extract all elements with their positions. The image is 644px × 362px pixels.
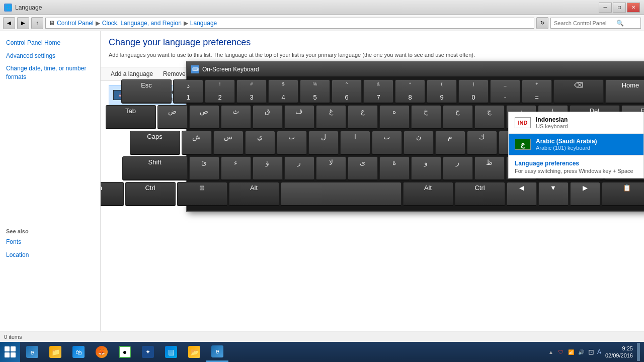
taskbar-ie[interactable]: e	[21, 342, 43, 362]
address-path[interactable]: 🖥 Control Panel ▶ Clock, Language, and R…	[45, 18, 534, 29]
key-k-ar[interactable]: ن	[404, 131, 434, 155]
key-j-ar[interactable]: ت	[372, 131, 402, 155]
breadcrumb-control-panel[interactable]: Control Panel	[57, 20, 94, 27]
show-desktop-icon[interactable]	[637, 343, 640, 361]
key-s-ar[interactable]: س	[213, 131, 244, 155]
key-slash-ar[interactable]: ظ	[474, 156, 505, 180]
key-4[interactable]: $4	[268, 79, 298, 104]
key-semicolon-ar[interactable]: ك	[467, 131, 497, 155]
key-y-ar[interactable]: غ	[316, 105, 346, 129]
taskbar-firefox[interactable]: 🦊	[91, 342, 113, 362]
key-backspace[interactable]: ⌫	[553, 79, 604, 104]
key-q-ar[interactable]: ض	[157, 105, 188, 129]
key-g-ar[interactable]: ل	[308, 131, 339, 155]
lang-popup-item-ara[interactable]: ع Arabic (Saudi Arabia) Arabic (101) key…	[509, 134, 643, 155]
key-1[interactable]: ذ1	[173, 79, 203, 104]
key-l-ar[interactable]: م	[435, 131, 465, 155]
taskbar-metro[interactable]: ▤	[160, 342, 182, 362]
key-alt-right[interactable]: Alt	[403, 182, 453, 206]
taskbar-ie2[interactable]: e	[206, 342, 228, 362]
key-o-ar[interactable]: خ	[411, 105, 441, 129]
key-e-ar[interactable]: ث	[221, 105, 251, 129]
sidebar-item-date-time-formats[interactable]: Change date, time, or number formats	[0, 62, 100, 83]
key-row-5: Fn Ctrl ⊞ Alt Alt Ctrl ◀ ▼ ▶ 📋 خيارات تع…	[190, 182, 644, 206]
taskbar-bluetooth[interactable]: ✦	[137, 342, 159, 362]
key-shift-left[interactable]: Shift	[122, 156, 188, 180]
tray-clock[interactable]: 9:25 02/09/2016	[605, 345, 633, 359]
key-9[interactable]: (9	[427, 79, 457, 104]
key-minus[interactable]: _-	[490, 79, 520, 104]
key-lbracket-ar[interactable]: ج	[474, 105, 505, 129]
key-ctrl-left[interactable]: Ctrl	[125, 182, 176, 206]
key-period-ar[interactable]: ز	[443, 156, 473, 180]
key-alt-left[interactable]: Alt	[229, 182, 279, 206]
key-u-ar[interactable]: ع	[348, 105, 378, 129]
key-i-ar[interactable]: ه	[379, 105, 410, 129]
taskbar-file[interactable]: 📂	[183, 342, 205, 362]
key-ctrl-right[interactable]: Ctrl	[455, 182, 505, 206]
key-x-ar[interactable]: ء	[221, 156, 251, 180]
key-t-ar[interactable]: ف	[284, 105, 314, 129]
add-language-button[interactable]: Add a language	[109, 69, 155, 78]
key-r-ar[interactable]: ق	[253, 105, 283, 129]
key-2[interactable]: !2	[205, 79, 235, 104]
key-space[interactable]	[281, 182, 401, 206]
key-right[interactable]: ▶	[570, 182, 600, 206]
key-left[interactable]: ◀	[507, 182, 537, 206]
search-input[interactable]	[554, 20, 614, 26]
tray-expand-icon[interactable]: ▲	[547, 348, 555, 356]
maximize-button[interactable]: □	[613, 3, 626, 13]
key-v-ar[interactable]: ر	[284, 156, 314, 180]
key-7[interactable]: &7	[363, 79, 393, 104]
key-5[interactable]: %5	[300, 79, 330, 104]
key-h-ar[interactable]: ا	[340, 131, 370, 155]
key-d-ar[interactable]: ي	[245, 131, 275, 155]
breadcrumb-clock-lang[interactable]: Clock, Language, and Region	[102, 20, 182, 27]
breadcrumb-language[interactable]: Language	[190, 20, 217, 27]
taskbar-store[interactable]: 🛍	[67, 342, 90, 362]
key-home[interactable]: Home	[605, 79, 644, 104]
sidebar-item-fonts[interactable]: Fonts	[0, 235, 100, 248]
key-n-ar[interactable]: ى	[348, 156, 378, 180]
key-6[interactable]: ^6	[332, 79, 362, 104]
key-equals[interactable]: +=	[522, 79, 552, 104]
taskbar-chrome[interactable]: ●	[114, 342, 136, 362]
forward-button[interactable]: ▶	[17, 17, 29, 29]
remove-button[interactable]: Remove	[161, 69, 188, 78]
key-clipboard[interactable]: 📋	[602, 182, 645, 206]
key-a-ar[interactable]: ش	[182, 131, 212, 155]
back-button[interactable]: ◀	[3, 17, 15, 29]
key-fn[interactable]: Fn	[101, 182, 124, 206]
key-esc[interactable]: Esc	[121, 79, 172, 104]
up-button[interactable]: ↑	[31, 17, 43, 29]
key-b-ar[interactable]: لا	[316, 156, 346, 180]
sidebar-item-location[interactable]: Location	[0, 248, 100, 261]
key-caps[interactable]: Caps	[130, 131, 180, 155]
key-comma-ar[interactable]: و	[411, 156, 441, 180]
key-z-ar[interactable]: ئ	[189, 156, 219, 180]
lang-prefs-link[interactable]: Language preferences	[515, 160, 637, 167]
taskbar-explorer[interactable]: 📁	[44, 342, 66, 362]
key-p-ar[interactable]: ح	[443, 105, 473, 129]
close-button[interactable]: ✕	[627, 3, 640, 13]
key-w-ar[interactable]: ص	[189, 105, 219, 129]
minimize-button[interactable]: ─	[599, 3, 612, 13]
tray-network-icon: 📶	[567, 348, 575, 356]
sidebar-item-control-panel-home[interactable]: Control Panel Home	[0, 36, 100, 49]
key-c-ar[interactable]: ؤ	[253, 156, 283, 180]
key-tab[interactable]: Tab	[106, 105, 156, 129]
osk-title: On-Screen Keyboard	[202, 66, 259, 73]
tray-lang-indicator[interactable]: A	[597, 348, 601, 355]
key-windows[interactable]: ⊞	[177, 182, 227, 206]
tray-volume-icon[interactable]: 🔊	[577, 348, 585, 356]
key-down[interactable]: ▼	[538, 182, 569, 206]
key-m-ar[interactable]: ة	[379, 156, 410, 180]
lang-popup-item-ind[interactable]: IND Indonesian US keyboard	[509, 112, 643, 134]
key-3[interactable]: #3	[236, 79, 267, 104]
sidebar-item-advanced-settings[interactable]: Advanced settings	[0, 49, 100, 62]
key-f-ar[interactable]: ب	[277, 131, 307, 155]
key-0[interactable]: )0	[458, 79, 489, 104]
start-button[interactable]	[0, 342, 20, 362]
refresh-button[interactable]: ↻	[536, 17, 548, 29]
key-8[interactable]: *8	[395, 79, 425, 104]
